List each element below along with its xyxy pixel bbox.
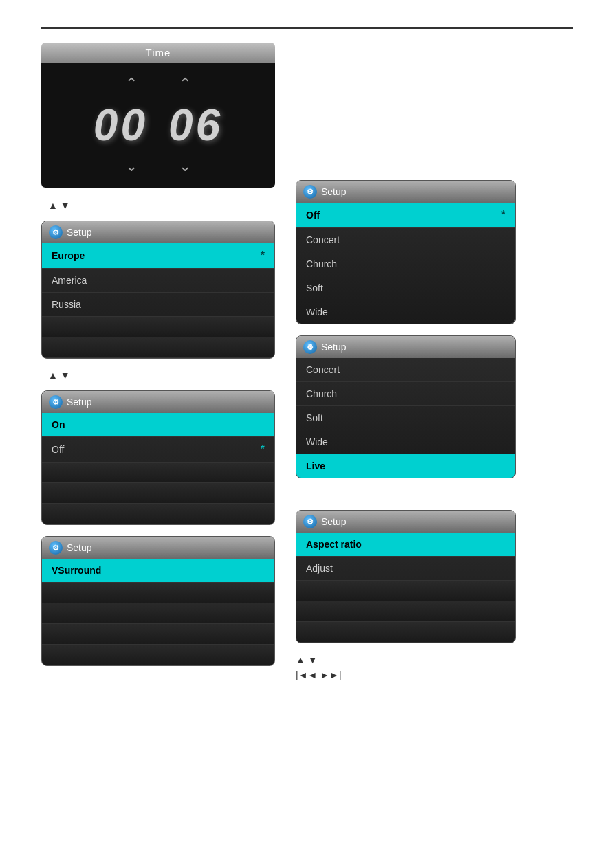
region-item-russia[interactable]: Russia <box>42 293 274 317</box>
setup-vsurround-icon: ⚙ <box>49 541 63 555</box>
time-arrows-down: ⌄ ⌄ <box>125 157 191 175</box>
setup-onoff-title: Setup <box>67 397 92 408</box>
right-setup1-header: ⚙ Setup <box>296 181 515 203</box>
region-europe-asterisk: * <box>261 249 265 262</box>
bottom-nav-row-1: ▲ ▼ <box>296 654 573 665</box>
vsurround-empty-4 <box>42 645 274 665</box>
r2-soft-label: Soft <box>306 412 323 423</box>
vsurround-empty-2 <box>42 603 274 624</box>
setup-region-title: Setup <box>67 227 92 238</box>
region-item-europe[interactable]: Europe * <box>42 243 274 269</box>
r2-concert-label: Concert <box>306 364 340 375</box>
bottom-nav-row-2: |◄◄ ►►| <box>296 669 573 680</box>
right-setup2-icon: ⚙ <box>303 340 317 354</box>
right-setup3-body: Aspect ratio Adjust <box>296 533 515 643</box>
nav-arrows-1: ▲ ▼ <box>48 200 275 211</box>
page-container: Time ⌃ ⌃ 00 06 ⌄ ⌄ <box>0 0 614 868</box>
setup-region-icon: ⚙ <box>49 225 63 239</box>
vsurround-empty-1 <box>42 583 274 603</box>
r2-item-live[interactable]: Live <box>296 454 515 478</box>
r3-aspect-label: Aspect ratio <box>306 539 362 550</box>
vsurround-label: VSurround <box>52 565 101 576</box>
r1-off-label: Off <box>306 210 320 221</box>
region-item-america[interactable]: America <box>42 269 274 293</box>
setup-region-panel: ⚙ Setup Europe * America Russia <box>41 221 275 359</box>
onoff-off-asterisk: * <box>261 443 265 456</box>
r3-item-adjust[interactable]: Adjust <box>296 557 515 581</box>
minute-up-arrow[interactable]: ⌃ <box>179 75 191 93</box>
r3-item-aspect[interactable]: Aspect ratio <box>296 533 515 557</box>
r1-church-label: Church <box>306 258 337 269</box>
onoff-empty-2 <box>42 483 274 504</box>
onoff-item-off[interactable]: Off * <box>42 437 274 463</box>
setup-vsurround-header: ⚙ Setup <box>42 537 274 559</box>
right-setup1-title: Setup <box>321 186 347 197</box>
right-setup-panel-3: ⚙ Setup Aspect ratio Adjust <box>296 510 516 643</box>
time-digits: 00 06 <box>94 100 223 151</box>
setup-region-body: Europe * America Russia <box>42 243 274 358</box>
r2-item-concert[interactable]: Concert <box>296 358 515 382</box>
setup-vsurround-body: VSurround <box>42 559 274 665</box>
r2-item-soft[interactable]: Soft <box>296 406 515 430</box>
hour-down-arrow[interactable]: ⌄ <box>125 157 138 175</box>
up-down-arrows-1: ▲ ▼ <box>48 200 70 211</box>
onoff-empty-1 <box>42 463 274 483</box>
right-column: ⚙ Setup Off * Concert Church Soft <box>296 43 573 685</box>
right-mid-spacer <box>296 489 573 510</box>
setup-onoff-panel: ⚙ Setup On Off * <box>41 390 275 525</box>
r1-item-concert[interactable]: Concert <box>296 228 515 252</box>
region-europe-label: Europe <box>52 250 85 261</box>
r3-empty-1 <box>296 581 515 601</box>
hour-display: 00 <box>94 100 148 151</box>
r1-concert-label: Concert <box>306 234 340 245</box>
right-setup1-body: Off * Concert Church Soft Wide <box>296 203 515 324</box>
region-russia-label: Russia <box>52 299 81 310</box>
r1-item-wide[interactable]: Wide <box>296 300 515 324</box>
time-panel-header: Time <box>41 43 275 63</box>
r2-wide-label: Wide <box>306 436 328 447</box>
bottom-up-down-arrows: ▲ ▼ <box>296 654 318 665</box>
right-setup2-body: Concert Church Soft Wide Live <box>296 358 515 478</box>
setup-vsurround-panel: ⚙ Setup VSurround <box>41 536 275 666</box>
top-divider <box>41 27 573 29</box>
setup-onoff-icon: ⚙ <box>49 395 63 409</box>
setup-region-header: ⚙ Setup <box>42 221 274 243</box>
minute-display: 06 <box>168 100 223 151</box>
r1-wide-label: Wide <box>306 307 328 318</box>
setup-onoff-header: ⚙ Setup <box>42 391 274 413</box>
right-setup3-header: ⚙ Setup <box>296 511 515 533</box>
nav-arrows-2: ▲ ▼ <box>48 370 275 381</box>
r2-church-label: Church <box>306 388 337 399</box>
r3-adjust-label: Adjust <box>306 563 333 574</box>
right-setup-panel-2: ⚙ Setup Concert Church Soft Wide <box>296 335 516 478</box>
time-panel: Time ⌃ ⌃ 00 06 ⌄ ⌄ <box>41 43 275 188</box>
r2-item-church[interactable]: Church <box>296 382 515 406</box>
onoff-on-label: On <box>52 419 65 430</box>
time-arrows-up: ⌃ ⌃ <box>125 75 191 93</box>
region-america-label: America <box>52 275 87 286</box>
vsurround-empty-3 <box>42 624 274 645</box>
right-setup1-icon: ⚙ <box>303 185 317 199</box>
vsurround-item[interactable]: VSurround <box>42 559 274 583</box>
r1-item-church[interactable]: Church <box>296 252 515 276</box>
r2-item-wide[interactable]: Wide <box>296 430 515 454</box>
setup-vsurround-title: Setup <box>67 542 92 553</box>
r1-off-asterisk: * <box>501 209 505 221</box>
hour-up-arrow[interactable]: ⌃ <box>125 75 138 93</box>
bottom-skip-arrows: |◄◄ ►►| <box>296 669 342 680</box>
minute-down-arrow[interactable]: ⌄ <box>179 157 191 175</box>
up-down-arrows-2: ▲ ▼ <box>48 370 70 381</box>
bottom-nav: ▲ ▼ |◄◄ ►►| <box>296 654 573 680</box>
right-top-spacer <box>296 43 573 180</box>
right-setup3-title: Setup <box>321 516 347 527</box>
r1-soft-label: Soft <box>306 282 323 293</box>
r1-item-soft[interactable]: Soft <box>296 276 515 300</box>
r3-empty-2 <box>296 601 515 622</box>
left-column: Time ⌃ ⌃ 00 06 ⌄ ⌄ <box>41 43 275 677</box>
right-setup2-header: ⚙ Setup <box>296 336 515 358</box>
right-setup3-icon: ⚙ <box>303 515 317 528</box>
r1-item-off[interactable]: Off * <box>296 203 515 228</box>
onoff-item-on[interactable]: On <box>42 413 274 437</box>
region-empty-1 <box>42 317 274 337</box>
setup-onoff-body: On Off * <box>42 413 274 524</box>
